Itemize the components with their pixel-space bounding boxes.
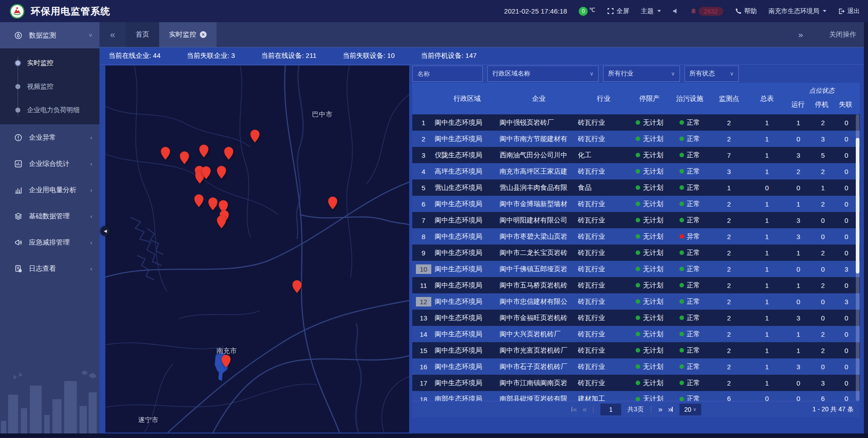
map-pin[interactable] — [201, 166, 212, 180]
table-row[interactable]: 14阆中生态环境局阆中大兴页岩机砖厂砖瓦行业无计划正常21120 — [412, 326, 860, 342]
offline-count-cell: 0 — [835, 249, 858, 257]
region-cell: 阆中生态环境局 — [435, 330, 500, 339]
row-index-cell: 13 — [412, 313, 435, 323]
map-pin[interactable] — [223, 146, 234, 160]
sidebar-item-企业综合统计[interactable]: 企业综合统计‹ — [0, 151, 99, 177]
industry-filter-select[interactable]: 所有行业∨ — [603, 66, 680, 82]
table-row[interactable]: 5营山生态环境局营山县润丰肉食品有限食品无计划正常10010 — [412, 179, 860, 196]
table-scrollbar-thumb[interactable] — [856, 138, 859, 273]
running-count-cell: 0 — [786, 298, 811, 306]
map-pin[interactable] — [216, 165, 226, 179]
table-row[interactable]: 15阆中生态环境局阆中市光富页岩机砖厂砖瓦行业无计划正常21120 — [412, 342, 860, 358]
row-index-cell: 7 — [412, 216, 435, 225]
notification-button[interactable]: 2632 — [690, 7, 723, 16]
first-page-button[interactable]: « — [571, 405, 576, 413]
enterprise-cell: 阆中市金福旺页岩机砖 — [500, 314, 578, 322]
chevron-left-icon: ‹ — [90, 265, 92, 272]
theme-dropdown[interactable]: 主题 — [641, 7, 661, 15]
region-filter-select[interactable]: 行政区域名称∨ — [487, 66, 599, 82]
production-limit-cell: 无计划 — [629, 151, 670, 160]
map-pin[interactable] — [328, 196, 338, 210]
region-cell: 阆中生态环境局 — [435, 232, 500, 241]
region-cell: 阆中生态环境局 — [435, 363, 500, 371]
mute-button[interactable] — [673, 8, 679, 14]
sidebar-subitem-企业电力负荷明细[interactable]: 企业电力负荷明细 — [0, 98, 99, 122]
map-pin[interactable] — [216, 215, 226, 229]
monitor-points-cell: 3 — [710, 168, 748, 175]
tabs-scroll-right-button[interactable]: » — [788, 30, 814, 40]
table-row[interactable]: 4高坪生态环境局南充市高坪区王家店建砖瓦行业无计划正常31220 — [412, 163, 860, 179]
stopped-count-cell: 0 — [811, 298, 835, 306]
map-pin[interactable] — [198, 144, 209, 158]
table-row[interactable]: 16阆中生态环境局阆中市石子页岩机砖厂砖瓦行业无计划正常21300 — [412, 358, 860, 375]
name-filter-input[interactable] — [417, 70, 478, 77]
table-row[interactable]: 17阆中生态环境局阆中市江南镇阆南页岩砖瓦行业无计划正常21030 — [412, 375, 860, 391]
fullscreen-button[interactable]: 全屏 — [607, 7, 629, 15]
map-pin[interactable] — [250, 129, 260, 143]
next-page-button[interactable]: » — [658, 405, 661, 413]
pollution-facility-cell: 正常 — [670, 184, 710, 192]
table-row[interactable]: 10阆中生态环境局阆中千佛镇五郎垭页岩砖瓦行业无计划正常21003 — [412, 261, 860, 277]
logout-button[interactable]: 退出 — [838, 7, 860, 15]
name-filter-field[interactable] — [412, 66, 483, 82]
map-pin[interactable] — [292, 280, 302, 294]
table-row[interactable]: 18南部生态环境局南部县砒垭页岩砖有限建材加工无计划正常60060 — [412, 391, 860, 401]
sidebar-item-数据监测[interactable]: 数据监测˅ — [0, 22, 99, 48]
tab-realtime-monitor[interactable]: 实时监控 ✕ — [159, 22, 217, 47]
column-header-monitor-points: 监测点 — [710, 83, 748, 114]
table-row[interactable]: 8阆中生态环境局阆中市枣碧大梁山页岩砖瓦行业无计划异常21300 — [412, 228, 860, 245]
map-pin[interactable] — [208, 197, 218, 211]
map-pin[interactable] — [193, 194, 204, 208]
sidebar-item-基础数据管理[interactable]: 基础数据管理‹ — [0, 203, 99, 229]
stat-当前在线企业: 当前在线企业: 44 — [108, 52, 160, 60]
last-page-button[interactable]: » — [668, 405, 673, 413]
stopped-count-cell: 1 — [811, 184, 835, 192]
chevron-down-icon: ∨ — [590, 71, 594, 77]
stats-bar: 当前在线企业: 44当前失联企业: 3当前在线设备: 211当前失联设备: 10… — [99, 47, 868, 65]
table-row[interactable]: 13阆中生态环境局阆中市金福旺页岩机砖砖瓦行业无计划正常21300 — [412, 310, 860, 326]
page-size-select[interactable]: 20∨ — [679, 404, 701, 415]
row-index-cell: 10 — [412, 264, 435, 274]
table-row[interactable]: 2阆中生态环境局阆中市南方节能建材有砖瓦行业无计划正常21030 — [412, 131, 860, 147]
tab-close-icon[interactable]: ✕ — [200, 31, 207, 38]
status-dot-icon — [679, 381, 684, 385]
prev-page-button[interactable]: « — [582, 405, 585, 413]
table-row[interactable]: 6阆中生态环境局阆中市金博瑞新型墙材砖瓦行业无计划正常21120 — [412, 196, 860, 212]
page-number-input[interactable]: 1 — [600, 404, 621, 415]
map-pin[interactable] — [179, 151, 189, 165]
sidebar-item-企业异常[interactable]: 企业异常‹ — [0, 124, 99, 151]
total-meters-cell: 1 — [748, 363, 786, 371]
status-dot-icon — [636, 169, 640, 174]
sidebar-item-企业用电量分析[interactable]: 企业用电量分析‹ — [0, 177, 99, 203]
table-row[interactable]: 1阆中生态环境局阆中强锐页岩砖厂砖瓦行业无计划正常21120 — [412, 114, 860, 131]
tab-home[interactable]: 首页 — [126, 22, 159, 47]
map-pin[interactable] — [221, 354, 231, 368]
table-row[interactable]: 11阆中生态环境局阆中市五马桥页岩机砖砖瓦行业无计划正常21120 — [412, 277, 860, 293]
sidebar-subitem-实时监控[interactable]: 实时监控 — [0, 51, 99, 75]
temperature-badge: 0 ℃ — [579, 7, 595, 16]
row-index: 14 — [416, 330, 431, 339]
row-index-cell: 4 — [412, 167, 435, 176]
total-meters-cell: 1 — [748, 217, 786, 224]
sidebar-item-日志查看[interactable]: 日志查看‹ — [0, 255, 99, 282]
city-skyline-watermark — [0, 367, 99, 435]
map-pin[interactable] — [160, 146, 171, 160]
row-index-cell: 5 — [412, 183, 435, 193]
industry-cell: 砖瓦行业 — [578, 249, 629, 257]
table-row[interactable]: 7阆中生态环境局阆中明阳建材有限公司砖瓦行业无计划正常21300 — [412, 212, 860, 228]
help-button[interactable]: 帮助 — [735, 7, 757, 15]
table-row[interactable]: 12阆中生态环境局阆中市忠信建材有限公砖瓦行业无计划正常21003 — [412, 293, 860, 310]
close-operations-button[interactable]: 关闭操作 — [829, 30, 856, 39]
tabs-scroll-left-button[interactable]: « — [99, 22, 126, 47]
sidebar-subitem-视频监控[interactable]: 视频监控 — [0, 75, 99, 98]
sidebar-item-应急减排管理[interactable]: 应急减排管理‹ — [0, 229, 99, 255]
org-dropdown[interactable]: 南充市生态环境局 — [769, 7, 826, 15]
table-row[interactable]: 3仪陇生态环境局西南油气田分公司川中化工无计划正常71350 — [412, 147, 860, 163]
region-cell: 阆中生态环境局 — [435, 135, 500, 143]
sidebar-item-label: 企业用电量分析 — [29, 186, 76, 194]
status-filter-select[interactable]: 所有状态∨ — [684, 66, 739, 82]
pollution-facility-cell-label: 正常 — [687, 297, 700, 306]
map-collapse-handle[interactable]: ◀ — [100, 226, 110, 236]
table-row[interactable]: 9阆中生态环境局阆中市二龙长宝页岩砖砖瓦行业无计划正常21120 — [412, 245, 860, 261]
region-cell: 阆中生态环境局 — [435, 281, 500, 290]
